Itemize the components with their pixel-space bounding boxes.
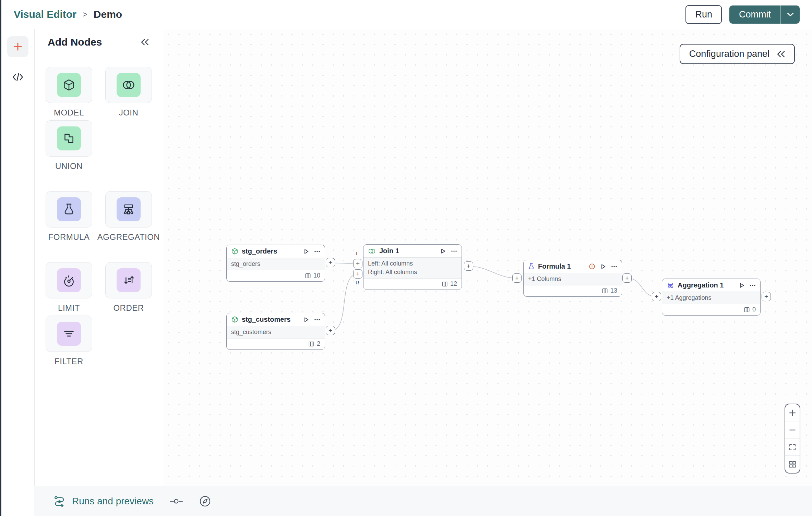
tiles-divider bbox=[46, 251, 151, 251]
node-tiles: MODEL JOIN UNION FO bbox=[35, 55, 163, 366]
plus-icon: + bbox=[515, 275, 519, 281]
zoom-in-button[interactable] bbox=[785, 404, 800, 421]
tile-join-label: JOIN bbox=[119, 108, 139, 118]
port-aggregation-input[interactable]: + bbox=[652, 292, 661, 301]
port-join-left-input[interactable]: + bbox=[353, 259, 362, 268]
node-body-line: stg_orders bbox=[231, 260, 320, 268]
commit-node-icon[interactable] bbox=[169, 498, 183, 504]
node-title: Join 1 bbox=[379, 247, 437, 255]
port-formula-output[interactable]: + bbox=[622, 273, 632, 283]
collapse-config-icon bbox=[776, 51, 785, 58]
breadcrumb: Visual Editor > Demo bbox=[14, 9, 122, 20]
breadcrumb-visual-editor[interactable]: Visual Editor bbox=[14, 9, 76, 20]
more-menu-icon[interactable] bbox=[314, 250, 320, 253]
compass-icon[interactable] bbox=[199, 495, 211, 507]
tile-union-label: UNION bbox=[55, 161, 83, 171]
node-body-line: stg_customers bbox=[231, 328, 320, 336]
tiles-divider bbox=[46, 180, 151, 180]
more-menu-icon[interactable] bbox=[611, 266, 617, 268]
node-body-line: +1 Columns bbox=[528, 275, 617, 283]
join-venn-icon bbox=[117, 73, 141, 97]
plus-icon: + bbox=[329, 259, 332, 266]
tile-formula-label: FORMULA bbox=[48, 232, 90, 242]
more-menu-icon[interactable] bbox=[314, 319, 320, 321]
node-title: Formula 1 bbox=[538, 262, 585, 270]
tile-formula[interactable]: FORMULA bbox=[46, 191, 92, 242]
minimap-button[interactable] bbox=[785, 456, 800, 473]
node-stg-customers[interactable]: stg_customers stg_customers 2 bbox=[226, 313, 325, 350]
collapse-panel-icon[interactable] bbox=[140, 39, 149, 46]
port-formula-input[interactable]: + bbox=[512, 273, 522, 283]
add-nodes-header: Add Nodes bbox=[35, 29, 163, 55]
top-actions: Run Commit bbox=[685, 5, 800, 24]
join-right-port-label: R bbox=[356, 280, 359, 285]
tile-join[interactable]: JOIN bbox=[105, 67, 152, 118]
run-button[interactable]: Run bbox=[685, 5, 722, 24]
play-icon[interactable] bbox=[600, 263, 606, 270]
join-venn-icon bbox=[368, 248, 376, 254]
tile-filter[interactable]: FILTER bbox=[46, 316, 92, 366]
plus-icon: + bbox=[655, 293, 658, 300]
left-rail bbox=[1, 29, 34, 516]
play-icon[interactable] bbox=[303, 317, 309, 323]
edge-stg-customers-to-join-r bbox=[331, 274, 358, 331]
configuration-panel-button[interactable]: Configuration panel bbox=[680, 44, 795, 64]
model-cube-icon bbox=[57, 73, 81, 97]
plus-icon: + bbox=[356, 271, 360, 277]
union-squares-icon bbox=[57, 126, 81, 150]
play-icon[interactable] bbox=[440, 248, 446, 254]
commit-dropdown-button[interactable] bbox=[780, 5, 800, 24]
configuration-panel-label: Configuration panel bbox=[689, 49, 769, 59]
tile-union[interactable]: UNION bbox=[46, 120, 92, 171]
route-icon bbox=[53, 495, 66, 507]
tile-limit[interactable]: LIMIT bbox=[46, 262, 92, 313]
fit-view-button[interactable] bbox=[785, 439, 800, 456]
code-view-button[interactable] bbox=[7, 72, 28, 82]
node-stg-orders[interactable]: stg_orders stg_orders 10 bbox=[226, 245, 325, 282]
flow-canvas[interactable]: Configuration panel stg_orders stg_order… bbox=[164, 29, 812, 486]
port-stg-orders-output[interactable]: + bbox=[326, 258, 335, 267]
port-aggregation-output[interactable]: + bbox=[762, 292, 771, 301]
node-title: Aggregation 1 bbox=[678, 281, 735, 289]
column-count: 10 bbox=[313, 272, 320, 279]
top-bar: Visual Editor > Demo Run Commit bbox=[1, 0, 812, 29]
runs-and-previews-label: Runs and previews bbox=[72, 496, 154, 507]
port-stg-customers-output[interactable]: + bbox=[326, 326, 335, 335]
fit-view-icon bbox=[788, 443, 797, 451]
play-icon[interactable] bbox=[303, 248, 309, 255]
bottom-bar: Runs and previews bbox=[34, 486, 812, 516]
filter-lines-icon bbox=[57, 322, 81, 346]
commit-button[interactable]: Commit bbox=[729, 5, 780, 24]
node-title: stg_orders bbox=[242, 247, 300, 255]
tile-limit-label: LIMIT bbox=[58, 303, 80, 313]
node-body-line: Left: All columns bbox=[368, 259, 457, 268]
chevron-down-icon bbox=[787, 12, 794, 17]
column-count: 12 bbox=[450, 280, 457, 287]
warning-icon bbox=[589, 263, 595, 270]
tile-aggregation[interactable]: AGGREGATION bbox=[105, 191, 152, 242]
columns-icon bbox=[442, 281, 448, 287]
more-menu-icon[interactable] bbox=[451, 250, 457, 252]
port-join-right-input[interactable]: + bbox=[353, 269, 362, 279]
node-join-1[interactable]: Join 1 Left: All columns Right: All colu… bbox=[363, 244, 462, 290]
plus-icon: + bbox=[625, 275, 629, 281]
tile-order[interactable]: ORDER bbox=[105, 262, 152, 313]
node-formula-1[interactable]: Formula 1 +1 Columns 13 bbox=[523, 260, 622, 297]
port-join-output[interactable]: + bbox=[464, 261, 473, 271]
plus-icon: + bbox=[356, 260, 360, 267]
tile-filter-label: FILTER bbox=[55, 357, 83, 366]
plus-icon: + bbox=[764, 293, 768, 300]
order-sort-icon bbox=[117, 268, 141, 292]
more-menu-icon[interactable] bbox=[750, 284, 756, 286]
zoom-out-button[interactable] bbox=[785, 421, 800, 439]
node-body-line: Right: All columns bbox=[368, 268, 457, 277]
tile-aggregation-label: AGGREGATION bbox=[97, 232, 160, 242]
grid-icon bbox=[788, 460, 797, 468]
column-count: 0 bbox=[752, 306, 756, 313]
play-icon[interactable] bbox=[739, 282, 745, 288]
limit-gauge-icon bbox=[57, 268, 81, 292]
tile-model[interactable]: MODEL bbox=[46, 67, 92, 118]
runs-and-previews-toggle[interactable]: Runs and previews bbox=[53, 495, 154, 507]
add-node-rail-button[interactable] bbox=[7, 36, 28, 57]
node-aggregation-1[interactable]: Aggregation 1 +1 Aggregations 0 bbox=[662, 279, 761, 316]
